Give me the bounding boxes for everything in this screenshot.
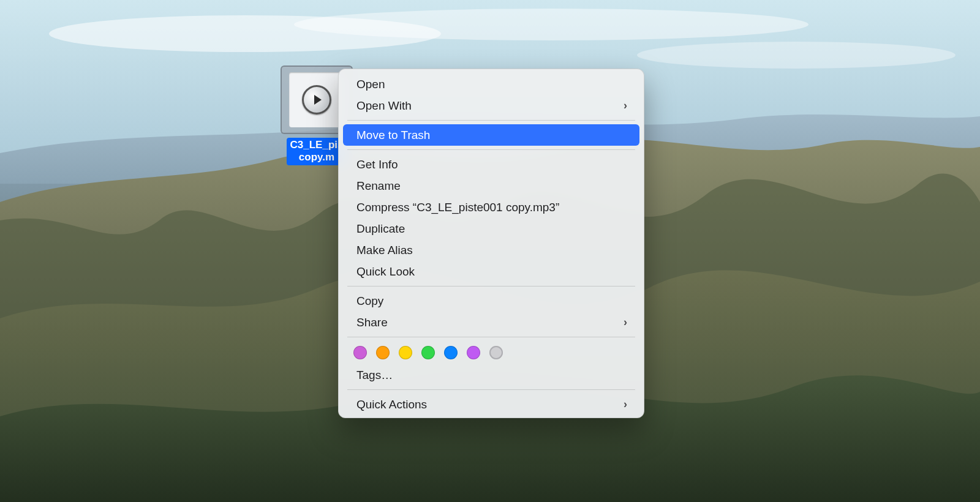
menu-item-quick-look[interactable]: Quick Look bbox=[343, 261, 639, 282]
menu-item-label: Copy bbox=[356, 294, 383, 308]
desktop[interactable]: C3_LE_pis copy.m Open Open With › Move t… bbox=[0, 0, 980, 502]
tag-color-row bbox=[339, 341, 644, 364]
menu-item-compress[interactable]: Compress “C3_LE_piste001 copy.mp3” bbox=[343, 197, 639, 218]
menu-item-label: Move to Trash bbox=[356, 129, 430, 142]
menu-item-label: Share bbox=[356, 316, 388, 329]
menu-item-copy[interactable]: Copy bbox=[343, 290, 639, 312]
menu-item-label: Tags… bbox=[356, 369, 393, 382]
chevron-right-icon: › bbox=[624, 398, 627, 411]
menu-item-open[interactable]: Open bbox=[343, 73, 639, 95]
menu-separator bbox=[347, 149, 635, 150]
menu-item-duplicate[interactable]: Duplicate bbox=[343, 218, 639, 239]
menu-item-label: Rename bbox=[356, 179, 401, 193]
tag-color-dot[interactable] bbox=[399, 346, 412, 359]
menu-item-tags[interactable]: Tags… bbox=[343, 364, 639, 386]
menu-item-open-with[interactable]: Open With › bbox=[343, 95, 639, 116]
menu-item-label: Quick Actions bbox=[356, 398, 427, 411]
menu-separator bbox=[347, 286, 635, 287]
menu-separator bbox=[347, 389, 635, 390]
menu-item-share[interactable]: Share › bbox=[343, 312, 639, 333]
menu-item-label: Duplicate bbox=[356, 222, 405, 236]
menu-separator bbox=[347, 120, 635, 121]
menu-separator bbox=[347, 337, 635, 337]
context-menu: Open Open With › Move to Trash Get Info … bbox=[338, 69, 644, 418]
svg-point-2 bbox=[294, 9, 809, 40]
file-thumbnail bbox=[289, 72, 344, 127]
menu-item-label: Compress “C3_LE_piste001 copy.mp3” bbox=[356, 201, 559, 214]
menu-item-quick-actions[interactable]: Quick Actions › bbox=[343, 394, 639, 415]
play-icon bbox=[302, 85, 331, 114]
tag-color-dot[interactable] bbox=[353, 346, 367, 359]
menu-item-label: Make Alias bbox=[356, 244, 413, 257]
svg-point-3 bbox=[637, 42, 956, 69]
menu-item-make-alias[interactable]: Make Alias bbox=[343, 239, 639, 261]
menu-item-move-to-trash[interactable]: Move to Trash bbox=[343, 124, 639, 146]
chevron-right-icon: › bbox=[624, 99, 627, 112]
chevron-right-icon: › bbox=[624, 316, 627, 329]
menu-item-get-info[interactable]: Get Info bbox=[343, 154, 639, 175]
menu-item-rename[interactable]: Rename bbox=[343, 175, 639, 197]
tag-color-none[interactable] bbox=[489, 346, 503, 359]
menu-item-label: Open bbox=[356, 78, 385, 91]
menu-item-label: Open With bbox=[356, 99, 412, 113]
menu-item-label: Get Info bbox=[356, 158, 398, 171]
tag-color-dot[interactable] bbox=[376, 346, 390, 359]
tag-color-dot[interactable] bbox=[467, 346, 480, 359]
tag-color-dot[interactable] bbox=[444, 346, 458, 359]
tag-color-dot[interactable] bbox=[421, 346, 435, 359]
menu-item-label: Quick Look bbox=[356, 265, 415, 279]
